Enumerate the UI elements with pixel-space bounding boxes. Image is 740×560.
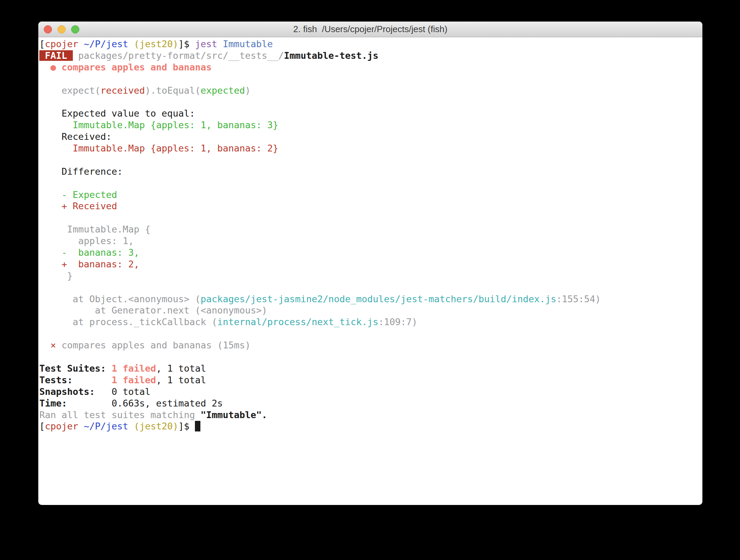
text-segment: ).toEqual( — [145, 85, 201, 96]
close-button[interactable] — [44, 25, 52, 34]
text-segment — [217, 39, 223, 49]
terminal-line — [39, 73, 702, 85]
window-controls — [44, 22, 79, 37]
prompt-branch: (jest20) — [134, 39, 178, 49]
terminal-line — [39, 328, 702, 339]
summary-tests-line: Tests: 1 failed, 1 total — [39, 374, 702, 386]
stack-file-link: internal/process/next_tick.js — [217, 317, 378, 327]
command: jest — [195, 39, 217, 49]
stack-file-link: packages/jest-jasmine2/node_modules/jest… — [200, 294, 556, 304]
difference-label-line: Difference: — [39, 166, 702, 177]
suites-total-count: , 1 total — [156, 363, 206, 374]
text-segment — [78, 39, 84, 49]
summary-snapshots-line: Snapshots: 0 total — [39, 386, 702, 398]
expected-label-line: Expected value to equal: — [39, 108, 702, 119]
summary-time-line: Time: 0.663s, estimated 2s — [39, 398, 702, 409]
test-file-path: packages/pretty-format/src/__tests__/ — [78, 50, 284, 61]
window-title: 2. fish /Users/cpojer/Projects/jest (fis… — [293, 24, 448, 35]
terminal-line — [39, 177, 702, 189]
text-segment — [39, 189, 62, 200]
terminal-line — [39, 212, 702, 224]
test-file-name: Immutable-test.js — [284, 50, 378, 61]
terminal-line — [39, 351, 702, 363]
text-segment: at Object.<anonymous> ( — [73, 294, 201, 304]
diff-context-line: apples: 1, — [39, 235, 702, 247]
terminal-line — [39, 96, 702, 108]
diff-context-line: } — [39, 270, 702, 282]
prompt-path: ~/P/jest — [84, 421, 128, 431]
stack-trace-line: at process._tickCallback (internal/proce… — [39, 316, 702, 328]
text-segment: + bananas: 2, — [62, 259, 140, 269]
test-title-line: ● compares apples and bananas — [39, 62, 702, 73]
window-titlebar[interactable]: 2. fish /Users/cpojer/Projects/jest (fis… — [38, 22, 702, 37]
received-label-line: Received: — [39, 131, 702, 143]
text-segment: Test Suites: — [39, 363, 111, 374]
text-segment: at Generator.next (<anonymous>) — [39, 305, 267, 316]
diff-legend-expected: - Expected — [39, 189, 702, 201]
text-segment — [78, 421, 84, 431]
snapshots-total-count: 0 total — [111, 386, 150, 397]
text-segment: Expected value to equal: — [39, 108, 195, 119]
prompt-line: [cpojer ~/P/jest (jest20)]$ — [39, 421, 702, 432]
stack-trace-line: at Object.<anonymous> (packages/jest-jas… — [39, 293, 702, 305]
prompt-user: cpojer — [45, 421, 78, 431]
text-segment: expect( — [62, 85, 101, 96]
text-segment — [128, 421, 134, 431]
expected-value: Immutable.Map {apples: 1, bananas: 3} — [73, 120, 278, 130]
text-segment: + Received — [62, 201, 117, 211]
summary-suites-line: Test Suites: 1 failed, 1 total — [39, 363, 702, 374]
suites-failed-count: 1 failed — [111, 363, 156, 374]
test-result-line: × compares apples and bananas (15ms) — [39, 339, 702, 351]
prompt-line: [cpojer ~/P/jest (jest20)]$ jest Immutab… — [39, 38, 702, 50]
prompt-branch: (jest20) — [134, 421, 178, 431]
text-segment: Difference: — [39, 166, 123, 177]
text-segment: - Expected — [62, 189, 117, 200]
fail-line: FAIL packages/pretty-format/src/__tests_… — [39, 50, 702, 62]
diff-legend-received: + Received — [39, 200, 702, 212]
terminal-window: 2. fish /Users/cpojer/Projects/jest (fis… — [38, 22, 702, 505]
expected-value-line: Immutable.Map {apples: 1, bananas: 3} — [39, 119, 702, 131]
text-segment: ) — [245, 85, 250, 96]
text-segment: expected — [200, 85, 245, 96]
test-result-text: compares apples and bananas (15ms) — [56, 340, 251, 350]
terminal-output[interactable]: [cpojer ~/P/jest (jest20)]$ jest Immutab… — [38, 37, 702, 432]
text-segment: ]$ — [178, 39, 195, 49]
tests-total-count: , 1 total — [156, 375, 206, 385]
ran-suites-line: Ran all test suites matching "Immutable"… — [39, 409, 702, 421]
assertion-line: expect(received).toEqual(expected) — [39, 85, 702, 96]
text-segment — [39, 201, 62, 211]
text-segment: [ — [39, 39, 45, 49]
text-segment — [39, 62, 51, 72]
text-segment: [ — [39, 421, 45, 431]
text-segment — [39, 317, 73, 327]
text-segment — [39, 340, 51, 350]
terminal-cursor — [195, 421, 200, 431]
text-segment: :109:7) — [379, 317, 418, 327]
text-segment: Received: — [39, 131, 111, 142]
tests-failed-count: 1 failed — [111, 375, 156, 385]
text-segment: :155:54) — [556, 294, 601, 304]
text-segment — [39, 120, 73, 130]
text-segment — [73, 50, 78, 61]
prompt-user: cpojer — [45, 39, 78, 49]
text-segment: Immutable.Map { — [39, 224, 150, 235]
text-segment — [39, 143, 73, 154]
test-title: ● compares apples and bananas — [51, 62, 212, 72]
match-pattern: "Immutable". — [200, 410, 267, 420]
prompt-path: ~/P/jest — [84, 39, 128, 49]
command-arg: Immutable — [223, 39, 273, 49]
fail-badge: FAIL — [39, 50, 73, 61]
text-segment: Ran all test suites matching — [39, 410, 200, 420]
zoom-button[interactable] — [71, 25, 79, 34]
text-segment: received — [101, 85, 145, 96]
time-value: 0.663s, estimated 2s — [111, 398, 223, 409]
minimize-button[interactable] — [57, 25, 66, 34]
text-segment: Snapshots: — [39, 386, 111, 397]
text-segment: Tests: — [39, 375, 111, 385]
text-segment — [39, 294, 73, 304]
text-segment: Time: — [39, 398, 111, 409]
stack-trace-line: at Generator.next (<anonymous>) — [39, 305, 702, 316]
text-segment: - bananas: 3, — [62, 247, 140, 258]
terminal-line — [39, 154, 702, 166]
diff-removed-line: - bananas: 3, — [39, 247, 702, 258]
